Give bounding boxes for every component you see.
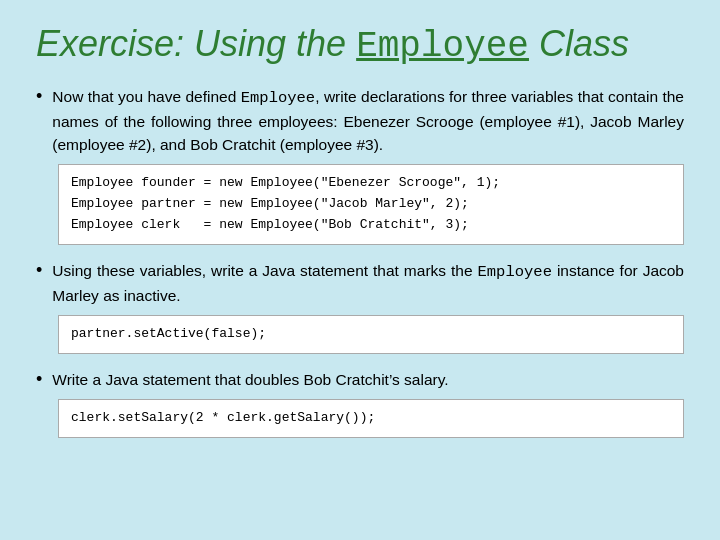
bullet-dot-1: • (36, 86, 42, 107)
bullet-text-3: Write a Java statement that doubles Bob … (52, 368, 448, 391)
code-block-1: Employee founder = new Employee("Ebeneze… (58, 164, 684, 244)
code-block-2: partner.setActive(false); (58, 315, 684, 354)
bullet-item-1: • Now that you have defined Employee, wr… (36, 85, 684, 157)
bullet-section-2: • Using these variables, write a Java st… (36, 259, 684, 354)
bullet-item-2: • Using these variables, write a Java st… (36, 259, 684, 308)
slide: Exercise: Using the Employee Class • Now… (0, 0, 720, 540)
code-block-3: clerk.setSalary(2 * clerk.getSalary()); (58, 399, 684, 438)
title-employee: Employee (356, 26, 529, 67)
bullet-text-1: Now that you have defined Employee, writ… (52, 85, 684, 157)
bullet-dot-3: • (36, 369, 42, 390)
inline-code-employee-1: Employee (241, 89, 315, 107)
title-prefix: Exercise: Using the (36, 23, 356, 64)
bullet-item-3: • Write a Java statement that doubles Bo… (36, 368, 684, 391)
bullet-section-3: • Write a Java statement that doubles Bo… (36, 368, 684, 438)
slide-title: Exercise: Using the Employee Class (36, 24, 684, 67)
bullet-text-2: Using these variables, write a Java stat… (52, 259, 684, 308)
inline-code-employee-2: Employee (478, 263, 552, 281)
bullet-section-1: • Now that you have defined Employee, wr… (36, 85, 684, 245)
bullet-dot-2: • (36, 260, 42, 281)
title-suffix: Class (529, 23, 629, 64)
